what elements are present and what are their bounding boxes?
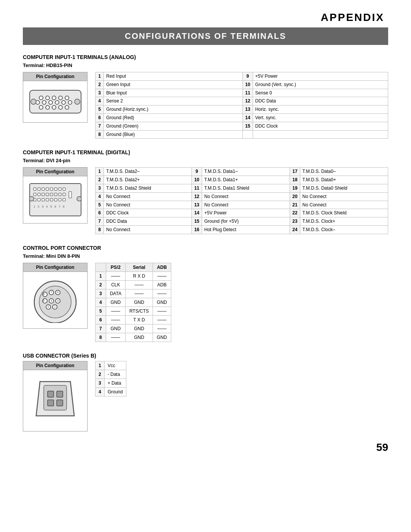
table-row: 6 DDC Clock 14 +5V Power 22 T.M.D.S. Clo…	[96, 209, 388, 217]
pin-number: 3	[96, 184, 104, 192]
pin-number: 19	[290, 184, 300, 192]
pin-number: 21	[290, 201, 300, 209]
table-row: 7 DDC Data 15 Ground (for +5V) 23 T.M.D.…	[96, 217, 388, 226]
svg-point-1	[39, 96, 43, 100]
col-header-pin	[96, 263, 106, 272]
pin-label: +5V Power	[253, 72, 388, 81]
usb-title: USB CONNECTOR (Series B)	[23, 353, 388, 359]
pin-number: 17	[290, 168, 300, 176]
pin-number: 18	[290, 176, 300, 184]
pin-label: +5V Power	[202, 209, 290, 217]
pin-number: 1	[96, 361, 105, 370]
svg-rect-40	[50, 198, 53, 201]
pin-number: 1	[96, 72, 104, 81]
pin-number: 10	[243, 80, 253, 89]
pin-label: Ground (Horiz.sync.)	[104, 105, 243, 114]
pin-label: Blue Input	[104, 89, 243, 97]
pin-label: T.M.D.S. Data2–	[104, 168, 192, 176]
control-terminal-label: Terminal: Mini DIN 8-PIN	[23, 253, 388, 259]
svg-rect-74	[48, 391, 54, 397]
table-row: 4 GND GND GND	[96, 298, 171, 307]
svg-point-17	[31, 99, 36, 104]
svg-text:7: 7	[59, 205, 61, 208]
pin-label: Ground (Vert. sync.)	[253, 80, 388, 89]
table-row: 2 - Data	[96, 370, 126, 379]
svg-text:5: 5	[50, 205, 52, 208]
table-row: 2 CLK —— ADB	[96, 280, 171, 289]
pin-label: Vert. sync.	[253, 113, 388, 122]
pin-number: 9	[243, 72, 253, 81]
pin-label: No Connect	[300, 192, 388, 201]
pin-number: 7	[96, 217, 104, 226]
svg-text:2: 2	[48, 305, 49, 308]
pin-label: T.M.D.S. Data1+	[202, 176, 290, 184]
digital-connector-image: 1 2 3 4 5 6 7 8	[23, 176, 87, 223]
pin-label: T.M.D.S. Data1 Shield	[202, 184, 290, 192]
svg-rect-44	[69, 192, 72, 198]
pin-number: 8	[96, 225, 104, 234]
pin-label: T.M.D.S. Data2 Shield	[104, 184, 192, 192]
pin-number: 4	[96, 298, 106, 307]
svg-rect-29	[38, 193, 40, 196]
pin-label: DDC Clock	[104, 209, 192, 217]
svg-point-14	[52, 105, 56, 109]
svg-point-3	[52, 96, 56, 100]
svg-rect-35	[63, 193, 65, 196]
pin-label: No Connect	[104, 201, 192, 209]
pin-label: DDC Clock	[253, 122, 388, 130]
pin-number: 1	[96, 272, 106, 280]
svg-point-13	[46, 105, 49, 109]
usb-pin-config-box: Pin Configuration	[23, 361, 88, 431]
usb-connector-image	[23, 370, 87, 431]
pin-number: 14	[192, 209, 202, 217]
svg-rect-76	[48, 400, 54, 406]
svg-rect-30	[42, 193, 45, 196]
pin-label: Ground (Green)	[104, 122, 243, 130]
ps2-value: ——	[106, 315, 125, 324]
svg-text:7: 7	[51, 291, 52, 294]
pin-number: 11	[243, 89, 253, 97]
svg-text:3: 3	[42, 205, 44, 208]
svg-rect-22	[42, 188, 45, 190]
pin-number: 20	[290, 192, 300, 201]
svg-rect-42	[59, 198, 61, 201]
svg-text:3: 3	[57, 299, 59, 302]
table-row: 1 Vcc	[96, 361, 126, 370]
adb-value: ——	[153, 324, 171, 333]
pin-number: 14	[243, 113, 253, 122]
table-row: 1 Red Input9 +5V Power	[96, 72, 388, 81]
control-section: CONTROL PORT CONNECTOR Terminal: Mini DI…	[23, 245, 388, 342]
svg-rect-73	[44, 385, 67, 410]
pin-number: 6	[96, 209, 104, 217]
analog-connector-image	[23, 81, 87, 122]
pin-label: Green Input	[104, 80, 243, 89]
table-row: 7 GND GND ——	[96, 324, 171, 333]
pin-number: 3	[96, 379, 105, 387]
pin-number: 7	[96, 324, 106, 333]
col-header-ps2: PS/2	[106, 263, 125, 272]
pin-number: 3	[96, 289, 106, 298]
svg-point-2	[46, 96, 49, 100]
pin-label: Red Input	[104, 72, 243, 81]
svg-rect-21	[38, 188, 40, 190]
pin-number: 22	[290, 209, 300, 217]
svg-text:8: 8	[63, 205, 65, 208]
pin-number: 4	[96, 387, 105, 396]
svg-rect-31	[46, 193, 49, 196]
pin-number: 2	[96, 176, 104, 184]
pin-label: T.M.D.S. Data2+	[104, 176, 192, 184]
pin-label: T.M.D.S. Data1–	[202, 168, 290, 176]
analog-pin-table: 1 Red Input9 +5V Power2 Green Input10 Gr…	[95, 72, 388, 139]
pin-label: No Connect	[104, 225, 192, 234]
appendix-header: APPENDIX	[23, 11, 388, 24]
table-row: 7 Ground (Green)15 DDC Clock	[96, 122, 388, 130]
pin-label: Ground (Red)	[104, 113, 243, 122]
pin-number: 15	[243, 122, 253, 130]
usb-pin-config-label: Pin Configuration	[23, 361, 87, 370]
pin-number: 6	[96, 113, 104, 122]
table-row: 3 T.M.D.S. Data2 Shield 11 T.M.D.S. Data…	[96, 184, 388, 192]
pin-label: Hot Plug Detect	[202, 225, 290, 234]
svg-point-45	[29, 197, 34, 201]
analog-pin-config-label: Pin Configuration	[23, 72, 87, 81]
svg-point-15	[59, 105, 62, 109]
